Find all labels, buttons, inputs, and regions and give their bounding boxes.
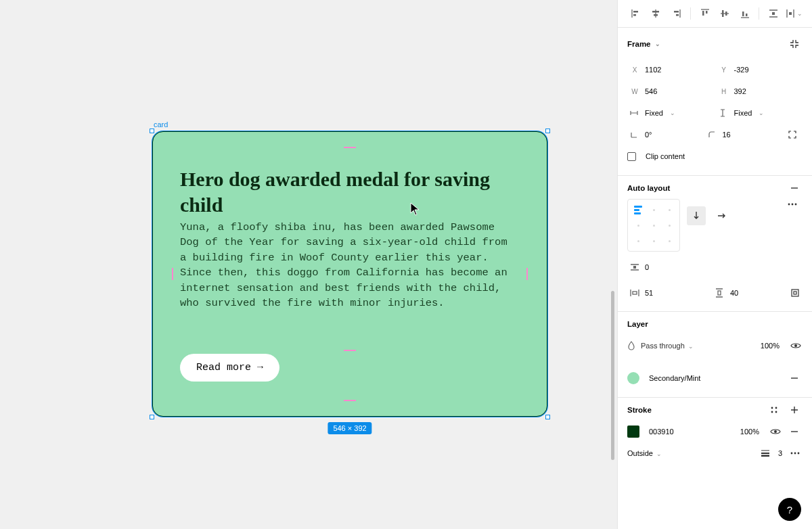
- align-right-icon[interactable]: [667, 5, 685, 22]
- remove-auto-layout-icon[interactable]: [790, 184, 803, 192]
- stroke-hex-field[interactable]: 003910: [649, 428, 738, 436]
- card-frame[interactable]: Hero dog awarded medal for saving child …: [152, 131, 547, 417]
- fill-style-name[interactable]: Secondary/Mint: [649, 374, 788, 382]
- visibility-icon[interactable]: [790, 342, 803, 350]
- selection-handle-sw[interactable]: [150, 415, 154, 419]
- padding-indicator-middle: [344, 350, 356, 351]
- align-bot-left[interactable]: [631, 234, 645, 248]
- corner-radius-field[interactable]: 16: [705, 124, 780, 145]
- frame-label[interactable]: card: [154, 120, 168, 129]
- align-mid-right[interactable]: [662, 218, 676, 232]
- padding-indicator-top: [344, 147, 356, 148]
- auto-layout-section: Auto layout: [618, 176, 812, 312]
- separator: [690, 7, 691, 20]
- detach-style-icon[interactable]: [790, 374, 803, 382]
- svg-point-30: [798, 453, 800, 455]
- align-v-center-icon[interactable]: [716, 5, 734, 22]
- align-toolbar: ⌄: [618, 0, 812, 28]
- stroke-visibility-icon[interactable]: [770, 428, 782, 436]
- cursor-icon: [410, 202, 420, 214]
- remove-stroke-icon[interactable]: [790, 428, 803, 436]
- svg-rect-19: [718, 291, 721, 295]
- svg-rect-21: [794, 292, 796, 294]
- alignment-grid[interactable]: [627, 199, 680, 252]
- clip-content-label: Clip content: [646, 152, 685, 160]
- svg-point-23: [771, 407, 773, 409]
- blend-mode-dropdown[interactable]: Pass through ⌄: [641, 342, 758, 350]
- selection-handle-nw[interactable]: [150, 129, 154, 133]
- layer-section: Layer Pass through ⌄ 100% Secondary/Mint: [618, 312, 812, 398]
- padding-vertical-field[interactable]: 40: [713, 283, 781, 303]
- gap-field[interactable]: 0: [627, 257, 781, 277]
- scrollbar[interactable]: [609, 291, 616, 494]
- vertical-resize-icon: [719, 109, 729, 117]
- svg-rect-18: [633, 292, 637, 294]
- padding-indicator-left: [172, 268, 173, 280]
- height-mode-dropdown[interactable]: Fixed⌄: [717, 103, 803, 123]
- clip-content-checkbox[interactable]: [627, 152, 636, 161]
- auto-layout-more-icon[interactable]: [788, 199, 800, 206]
- svg-rect-8: [722, 10, 724, 17]
- svg-point-15: [788, 204, 790, 206]
- read-more-button[interactable]: Read more →: [180, 354, 279, 382]
- selection-handle-se[interactable]: [545, 415, 550, 419]
- align-h-center-icon[interactable]: [648, 5, 665, 22]
- svg-point-22: [794, 344, 797, 347]
- stroke-more-icon[interactable]: [790, 452, 803, 455]
- scrollbar-thumb[interactable]: [611, 291, 614, 460]
- stroke-weight-icon: [761, 450, 770, 457]
- svg-rect-12: [772, 12, 775, 15]
- width-mode-dropdown[interactable]: Fixed⌄: [627, 103, 714, 123]
- resize-to-fit-icon[interactable]: [786, 36, 803, 52]
- align-top-center[interactable]: [647, 203, 660, 216]
- align-bot-right[interactable]: [662, 234, 676, 248]
- padding-v-icon: [715, 288, 725, 298]
- align-left-icon[interactable]: [627, 5, 645, 22]
- help-button[interactable]: ?: [778, 498, 801, 521]
- stroke-weight-field[interactable]: 3: [778, 449, 782, 457]
- separator: [759, 7, 759, 20]
- stroke-opacity-field[interactable]: 100%: [740, 428, 759, 436]
- direction-vertical-button[interactable]: [687, 206, 706, 225]
- align-top-icon[interactable]: [696, 5, 714, 22]
- rotation-field[interactable]: 0°: [627, 124, 702, 145]
- frame-type-dropdown[interactable]: Frame⌄: [627, 40, 660, 48]
- add-stroke-icon[interactable]: [790, 406, 803, 414]
- svg-rect-10: [742, 12, 744, 16]
- distribute-more-icon[interactable]: ⌄: [785, 5, 803, 22]
- svg-rect-4: [674, 11, 679, 13]
- align-top-right[interactable]: [662, 203, 676, 216]
- radius-icon: [708, 131, 717, 139]
- height-field[interactable]: H392: [717, 81, 803, 101]
- angle-icon: [630, 131, 639, 139]
- fill-swatch[interactable]: [627, 372, 639, 384]
- canvas[interactable]: card Hero dog awarded medal for saving c…: [0, 0, 617, 529]
- stroke-position-dropdown[interactable]: Outside ⌄: [627, 449, 758, 457]
- svg-rect-5: [676, 14, 679, 16]
- y-field[interactable]: Y-329: [717, 60, 803, 80]
- svg-rect-14: [633, 266, 636, 269]
- svg-point-28: [791, 453, 793, 455]
- independent-corners-icon[interactable]: [782, 124, 803, 145]
- x-field[interactable]: X1102: [627, 60, 714, 80]
- stroke-style-icon[interactable]: [770, 406, 782, 414]
- distribute-icon[interactable]: [765, 5, 782, 22]
- align-mid-left[interactable]: [631, 218, 645, 232]
- width-field[interactable]: W546: [627, 81, 714, 101]
- svg-rect-0: [633, 11, 638, 13]
- direction-horizontal-button[interactable]: [713, 206, 731, 225]
- svg-rect-6: [702, 11, 704, 16]
- align-bottom-icon[interactable]: [736, 5, 754, 22]
- selection-handle-ne[interactable]: [545, 129, 550, 133]
- align-mid-center[interactable]: [647, 218, 660, 232]
- independent-padding-icon[interactable]: [788, 283, 803, 303]
- stroke-swatch[interactable]: [627, 426, 639, 438]
- svg-point-27: [774, 430, 777, 433]
- svg-rect-2: [652, 11, 659, 13]
- padding-horizontal-field[interactable]: 51: [627, 283, 706, 303]
- layer-opacity-field[interactable]: 100%: [761, 342, 780, 350]
- align-bot-center[interactable]: [647, 234, 660, 248]
- align-top-left[interactable]: [631, 203, 645, 216]
- svg-rect-1: [633, 14, 636, 16]
- design-panel: ⌄ Frame⌄ X1102 Y-329 W546 H392: [617, 0, 812, 529]
